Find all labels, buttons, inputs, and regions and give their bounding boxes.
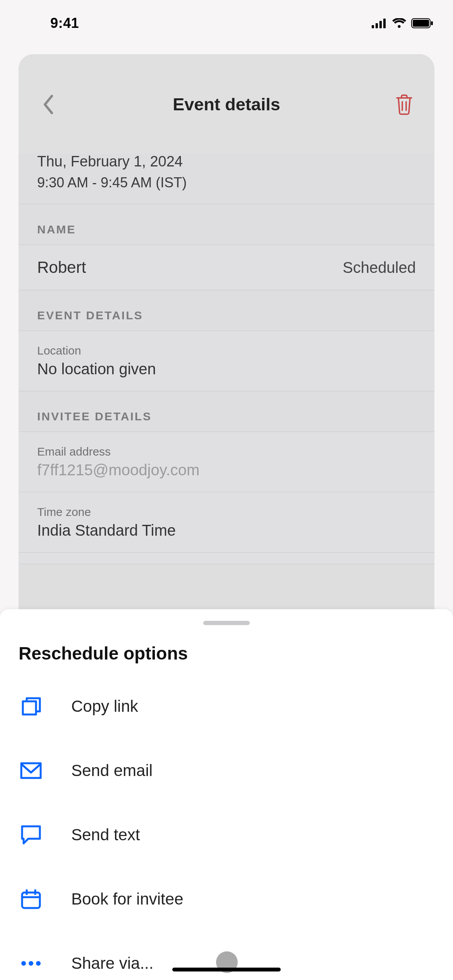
location-label: Location bbox=[37, 344, 416, 357]
email-row[interactable]: Email address f7ff1215@moodjoy.com bbox=[19, 432, 434, 492]
partial-row bbox=[19, 553, 434, 564]
delete-button[interactable] bbox=[393, 93, 416, 116]
invitee-name: Robert bbox=[37, 258, 86, 277]
section-header-invitee-details: INVITEE DETAILS bbox=[19, 391, 434, 432]
more-icon bbox=[19, 951, 43, 976]
option-book-for-invitee-label: Book for invitee bbox=[71, 890, 184, 908]
reschedule-sheet[interactable]: Reschedule options Copy link Send email … bbox=[0, 609, 453, 980]
status-time: 9:41 bbox=[50, 15, 79, 31]
status-bar: 9:41 bbox=[0, 0, 453, 46]
event-date: Thu, February 1, 2024 bbox=[37, 153, 416, 170]
option-send-text-label: Send text bbox=[71, 826, 140, 844]
back-button[interactable] bbox=[37, 93, 60, 116]
battery-icon bbox=[411, 18, 434, 28]
chat-icon bbox=[19, 822, 43, 847]
option-send-email-label: Send email bbox=[71, 761, 153, 780]
section-header-name: NAME bbox=[19, 204, 434, 245]
svg-rect-7 bbox=[23, 701, 36, 714]
svg-rect-9 bbox=[22, 893, 40, 908]
option-send-text[interactable]: Send text bbox=[19, 812, 434, 858]
modal-header: Event details bbox=[19, 54, 434, 155]
trash-icon bbox=[395, 94, 413, 115]
home-indicator[interactable] bbox=[172, 968, 281, 971]
wifi-icon bbox=[392, 18, 407, 28]
sheet-title: Reschedule options bbox=[19, 643, 434, 664]
svg-point-10 bbox=[21, 961, 26, 966]
timezone-label: Time zone bbox=[37, 505, 416, 519]
option-copy-link[interactable]: Copy link bbox=[19, 683, 434, 730]
event-details-modal: Event details Thu, February 1, 2024 9:30… bbox=[19, 54, 434, 612]
name-row[interactable]: Robert Scheduled bbox=[19, 245, 434, 290]
timezone-row[interactable]: Time zone India Standard Time bbox=[19, 492, 434, 553]
svg-point-12 bbox=[36, 961, 41, 966]
sheet-grabber[interactable] bbox=[203, 621, 250, 625]
svg-rect-2 bbox=[379, 21, 382, 28]
option-send-email[interactable]: Send email bbox=[19, 747, 434, 794]
svg-rect-1 bbox=[376, 23, 378, 28]
calendar-icon bbox=[19, 887, 43, 911]
option-share-via-label: Share via... bbox=[71, 954, 153, 973]
event-status: Scheduled bbox=[343, 259, 416, 276]
modal-title: Event details bbox=[173, 94, 280, 115]
svg-rect-3 bbox=[383, 19, 386, 28]
svg-point-11 bbox=[29, 961, 33, 966]
svg-rect-0 bbox=[372, 25, 374, 28]
section-header-event-details: EVENT DETAILS bbox=[19, 290, 434, 331]
event-time: 9:30 AM - 9:45 AM (IST) bbox=[37, 175, 416, 191]
copy-icon bbox=[19, 694, 43, 719]
option-copy-link-label: Copy link bbox=[71, 697, 138, 716]
modal-content[interactable]: Thu, February 1, 2024 9:30 AM - 9:45 AM … bbox=[19, 153, 434, 564]
svg-rect-6 bbox=[431, 21, 433, 25]
email-label: Email address bbox=[37, 445, 416, 458]
option-book-for-invitee[interactable]: Book for invitee bbox=[19, 876, 434, 922]
timezone-value: India Standard Time bbox=[37, 522, 416, 539]
svg-rect-5 bbox=[413, 20, 429, 27]
email-value: f7ff1215@moodjoy.com bbox=[37, 461, 416, 479]
cellular-signal-icon bbox=[372, 18, 387, 28]
chevron-left-icon bbox=[42, 94, 56, 115]
event-datetime: Thu, February 1, 2024 9:30 AM - 9:45 AM … bbox=[19, 153, 434, 204]
location-row[interactable]: Location No location given bbox=[19, 331, 434, 391]
location-value: No location given bbox=[37, 360, 416, 378]
status-indicators bbox=[372, 18, 434, 28]
email-icon bbox=[19, 758, 43, 783]
